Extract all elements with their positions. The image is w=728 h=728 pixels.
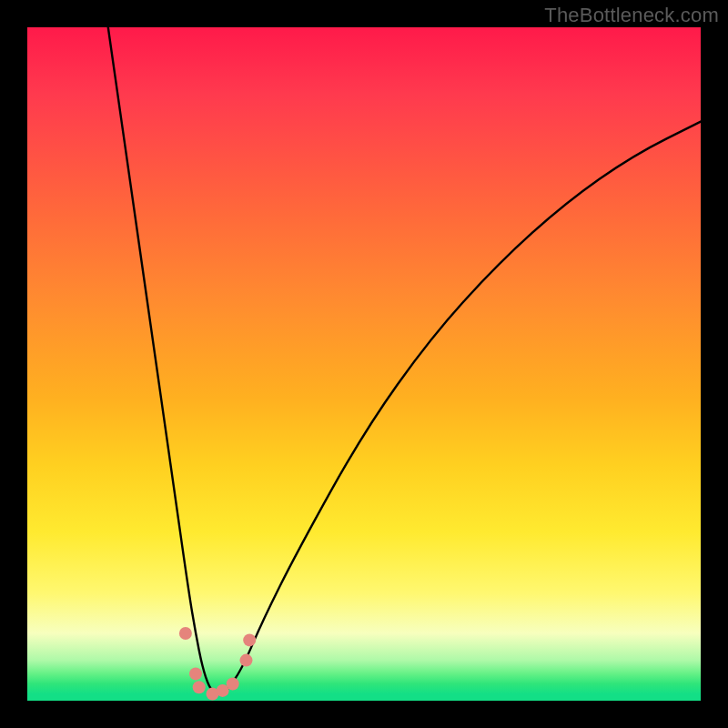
curve-marker: [227, 678, 239, 691]
plot-area: [27, 27, 701, 701]
curve-marker: [179, 627, 192, 640]
curve-marker: [240, 654, 253, 667]
attribution-watermark: TheBottleneck.com: [544, 4, 719, 27]
curve-marker: [193, 681, 206, 693]
chart-container: TheBottleneck.com: [0, 0, 728, 728]
marker-group: [179, 627, 256, 701]
curve-layer: [27, 27, 701, 701]
curve-marker: [189, 667, 202, 680]
curve-marker: [243, 633, 256, 646]
bottleneck-curve: [108, 27, 701, 694]
